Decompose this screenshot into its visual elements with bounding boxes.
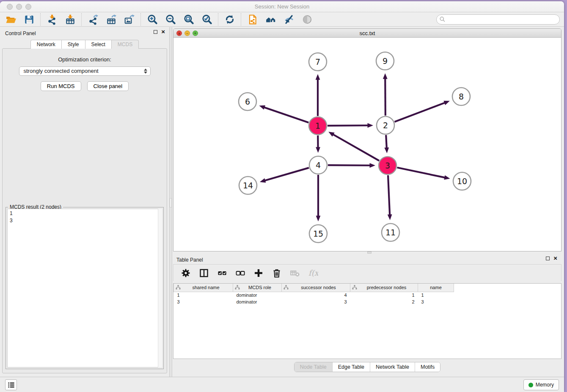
table-cell[interactable]: 1 bbox=[350, 292, 418, 298]
column-visibility-button[interactable] bbox=[198, 268, 209, 279]
graph-node-9[interactable]: 9 bbox=[376, 52, 394, 70]
table-cell[interactable]: 1 bbox=[174, 292, 233, 298]
table-row[interactable]: 3dominator323 bbox=[174, 298, 454, 305]
graph-edge-4-3[interactable] bbox=[328, 163, 375, 168]
table-cell[interactable]: 3 bbox=[418, 298, 454, 305]
network-maximize-icon[interactable]: + bbox=[193, 30, 198, 36]
table-cell[interactable]: 3 bbox=[282, 298, 350, 305]
run-mcds-button[interactable]: Run MCDS bbox=[41, 81, 81, 91]
graph-edge-4-14[interactable] bbox=[260, 168, 309, 182]
minimize-window-button[interactable] bbox=[16, 4, 22, 10]
column-header-predecessor-nodes[interactable]: predecessor nodes bbox=[350, 284, 418, 292]
search-input[interactable] bbox=[436, 14, 560, 25]
graph-node-2[interactable]: 2 bbox=[377, 116, 394, 134]
refresh-layout-button[interactable] bbox=[224, 14, 235, 25]
graph-edge-2-9[interactable] bbox=[383, 73, 388, 116]
table-cell[interactable]: 4 bbox=[282, 292, 350, 298]
network-canvas[interactable]: 7968124314101511 bbox=[173, 38, 561, 251]
result-scrollbar[interactable] bbox=[158, 209, 162, 367]
table-cell[interactable]: 3 bbox=[174, 298, 233, 305]
hide-panels-button[interactable] bbox=[283, 14, 295, 25]
tab-network-table[interactable]: Network Table bbox=[370, 362, 415, 372]
zoom-out-button[interactable] bbox=[165, 14, 176, 25]
graph-node-7[interactable]: 7 bbox=[309, 53, 327, 71]
tab-mcds[interactable]: MCDS bbox=[112, 40, 139, 49]
home-button[interactable] bbox=[265, 14, 276, 25]
table-cell[interactable]: dominator bbox=[233, 292, 282, 298]
maximize-window-button[interactable] bbox=[25, 4, 31, 10]
open-file-button[interactable] bbox=[5, 14, 17, 25]
graph-node-10[interactable]: 10 bbox=[453, 172, 471, 190]
graph-node-8[interactable]: 8 bbox=[452, 88, 470, 105]
export-image-icon bbox=[124, 14, 135, 25]
graph-edge-1-6[interactable] bbox=[259, 105, 308, 123]
zoom-selected-button[interactable] bbox=[201, 14, 212, 25]
import-table-button[interactable] bbox=[64, 14, 76, 25]
float-panel-icon[interactable] bbox=[154, 30, 157, 34]
graph-edge-3-10[interactable] bbox=[397, 168, 450, 180]
optimization-criterion-label: Optimization criterion: bbox=[3, 56, 167, 63]
graph-edge-3-11[interactable] bbox=[388, 175, 392, 220]
export-table-button[interactable] bbox=[105, 14, 117, 25]
close-table-panel-icon[interactable]: × bbox=[553, 256, 557, 260]
toolbar-group bbox=[241, 13, 318, 26]
table-cell[interactable]: 2 bbox=[350, 298, 418, 305]
tab-style[interactable]: Style bbox=[62, 40, 85, 49]
window-title: Session: New Session bbox=[0, 1, 564, 12]
table-cell[interactable]: 1 bbox=[418, 292, 454, 298]
add-row-button[interactable] bbox=[253, 268, 264, 279]
graph-edge-4-15[interactable] bbox=[316, 175, 321, 221]
column-header-name[interactable]: name bbox=[418, 284, 454, 292]
tab-node-table[interactable]: Node Table bbox=[295, 362, 332, 372]
graph-node-4[interactable]: 4 bbox=[309, 156, 327, 174]
network-close-icon[interactable]: x bbox=[176, 30, 182, 36]
graph-edge-1-4[interactable] bbox=[316, 135, 320, 153]
graph-node-14[interactable]: 14 bbox=[239, 177, 257, 194]
column-header-shared-name[interactable]: shared name bbox=[174, 284, 233, 292]
column-header-MCDS-role[interactable]: MCDS role bbox=[233, 284, 282, 292]
close-panel-icon[interactable]: × bbox=[161, 30, 165, 34]
tab-network[interactable]: Network bbox=[30, 40, 62, 49]
tab-edge-table[interactable]: Edge Table bbox=[332, 362, 370, 372]
memory-button[interactable]: Memory bbox=[523, 379, 559, 390]
table-cell[interactable]: dominator bbox=[233, 298, 282, 305]
graph-node-15[interactable]: 15 bbox=[309, 225, 327, 243]
zoom-in-button[interactable] bbox=[146, 14, 158, 25]
zoom-fit-button[interactable] bbox=[183, 14, 194, 25]
close-window-button[interactable] bbox=[7, 4, 13, 10]
deselect-all-button[interactable] bbox=[235, 268, 246, 279]
save-session-button[interactable] bbox=[23, 14, 35, 25]
settings-button[interactable] bbox=[180, 268, 191, 279]
export-image-button[interactable] bbox=[124, 14, 135, 25]
control-panel: Control Panel × NetworkStyleSelectMCDS O… bbox=[0, 27, 169, 377]
tab-select[interactable]: Select bbox=[85, 40, 112, 49]
graph-edge-2-8[interactable] bbox=[395, 101, 450, 122]
network-from-document-button[interactable] bbox=[247, 14, 258, 25]
network-minimize-icon[interactable]: – bbox=[184, 30, 190, 36]
mcds-result-list[interactable]: 1 3 bbox=[7, 209, 162, 367]
graph-node-3[interactable]: 3 bbox=[379, 157, 396, 174]
task-history-button[interactable] bbox=[5, 379, 17, 390]
close-panel-button[interactable]: Close panel bbox=[87, 81, 129, 91]
export-network-button[interactable] bbox=[87, 14, 99, 25]
sphere-button[interactable] bbox=[301, 14, 313, 25]
select-all-button[interactable] bbox=[217, 268, 228, 279]
delete-row-button[interactable] bbox=[271, 268, 282, 279]
graph-node-6[interactable]: 6 bbox=[239, 93, 256, 110]
graph-edge-2-3[interactable] bbox=[384, 135, 389, 153]
toolbar-group bbox=[141, 13, 218, 26]
vertical-splitter[interactable] bbox=[169, 27, 172, 377]
tab-motifs[interactable]: Motifs bbox=[415, 362, 440, 372]
float-table-panel-icon[interactable] bbox=[546, 257, 550, 260]
settings-icon bbox=[181, 268, 191, 278]
graph-edge-3-1[interactable] bbox=[328, 132, 379, 160]
graph-edge-1-7[interactable] bbox=[316, 74, 320, 116]
import-network-button[interactable] bbox=[46, 14, 58, 25]
graph-node-11[interactable]: 11 bbox=[382, 224, 399, 241]
graph-edge-1-2[interactable] bbox=[328, 123, 373, 128]
graph-node-1[interactable]: 1 bbox=[309, 117, 327, 135]
column-header-successor-nodes[interactable]: successor nodes bbox=[282, 284, 350, 292]
splitter-grip[interactable] bbox=[170, 198, 172, 207]
criterion-dropdown[interactable]: strongly connected component bbox=[19, 66, 151, 76]
table-row[interactable]: 1dominator411 bbox=[174, 292, 454, 298]
